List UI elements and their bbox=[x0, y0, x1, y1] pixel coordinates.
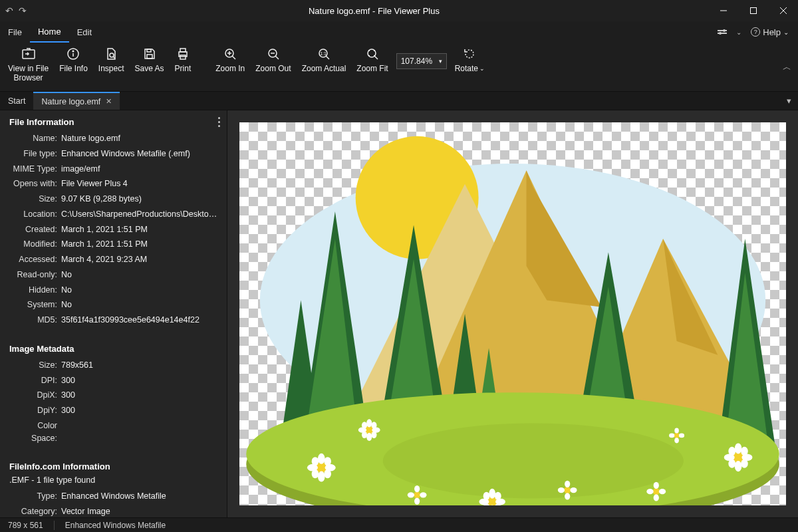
svg-rect-10 bbox=[147, 49, 151, 52]
menu-home[interactable]: Home bbox=[30, 21, 69, 43]
toolbar-label: Print bbox=[175, 64, 192, 73]
svg-point-99 bbox=[674, 433, 679, 438]
zoom-actual-button[interactable]: 1:1 Zoom Actual bbox=[297, 43, 352, 91]
zoom-out-icon bbox=[266, 47, 281, 61]
status-filetype: Enhanced Windows Metafile bbox=[65, 521, 166, 530]
svg-point-89 bbox=[659, 489, 666, 494]
save-as-button[interactable]: Save As bbox=[130, 43, 170, 91]
zoom-fit-button[interactable]: Zoom Fit bbox=[351, 43, 393, 91]
toolbar-label: Zoom In bbox=[215, 64, 245, 73]
panel-title: File Information bbox=[9, 117, 74, 127]
svg-point-64 bbox=[324, 469, 331, 478]
rotate-button[interactable]: Rotate ⌄ bbox=[450, 43, 490, 91]
toolbar-label: Rotate bbox=[455, 64, 478, 73]
maximize-button[interactable] bbox=[738, 0, 768, 21]
property-key: System: bbox=[9, 299, 61, 311]
svg-point-82 bbox=[565, 493, 570, 499]
property-value: March 1, 2021 1:51 PM bbox=[61, 223, 217, 236]
svg-point-7 bbox=[73, 51, 74, 52]
svg-point-86 bbox=[654, 482, 659, 489]
tab-current-file[interactable]: Nature logo.emf ✕ bbox=[33, 92, 120, 110]
svg-point-87 bbox=[654, 494, 659, 501]
svg-line-23 bbox=[326, 56, 329, 59]
tab-start[interactable]: Start bbox=[0, 92, 33, 110]
property-key: Category: bbox=[9, 505, 61, 517]
svg-point-101 bbox=[674, 438, 679, 443]
property-row: Hidden:No bbox=[9, 283, 217, 298]
property-key: Read-only: bbox=[9, 269, 61, 281]
svg-point-98 bbox=[728, 459, 735, 467]
status-dimensions: 789 x 561 bbox=[8, 521, 43, 530]
property-key: Type: bbox=[9, 490, 61, 503]
zoom-out-button[interactable]: Zoom Out bbox=[250, 43, 296, 91]
minimize-button[interactable] bbox=[708, 0, 738, 21]
menu-edit[interactable]: Edit bbox=[69, 21, 100, 43]
redo-icon[interactable]: ↷ bbox=[19, 5, 27, 16]
svg-point-100 bbox=[674, 428, 679, 433]
svg-line-20 bbox=[275, 56, 279, 59]
print-button[interactable]: Print bbox=[170, 43, 197, 91]
chevron-down-icon: ▾ bbox=[439, 58, 442, 65]
inspect-icon bbox=[104, 47, 118, 61]
save-icon bbox=[142, 47, 157, 61]
svg-point-49 bbox=[366, 419, 372, 427]
view-in-file-browser-button[interactable]: View in File Browser bbox=[3, 43, 54, 91]
nature-logo-artwork bbox=[239, 122, 786, 505]
svg-point-103 bbox=[679, 434, 684, 438]
menu-bar: File Home Edit ⌄ ? Help ⌄ bbox=[0, 21, 798, 43]
toolbar-label: View in File Browser bbox=[8, 64, 49, 82]
svg-point-62 bbox=[324, 457, 331, 466]
inspect-button[interactable]: Inspect bbox=[93, 43, 130, 91]
zoom-level-combo[interactable]: 107.84% ▾ bbox=[396, 53, 447, 69]
chevron-down-icon[interactable]: ⌄ bbox=[736, 29, 741, 36]
status-bar: 789 x 561 Enhanced Windows Metafile bbox=[0, 517, 798, 532]
property-row: System:No bbox=[9, 297, 217, 313]
undo-icon[interactable]: ↶ bbox=[5, 5, 13, 16]
collapse-ribbon-icon[interactable]: ︿ bbox=[783, 61, 791, 73]
property-value: March 4, 2021 9:23 AM bbox=[61, 253, 217, 266]
help-icon: ? bbox=[751, 27, 760, 37]
help-menu[interactable]: ? Help ⌄ bbox=[751, 27, 789, 37]
panel-menu-icon[interactable] bbox=[218, 117, 220, 127]
chevron-down-icon: ⌄ bbox=[479, 65, 485, 72]
property-value: 789x561 bbox=[61, 359, 217, 372]
property-row: Color Space: bbox=[9, 418, 217, 446]
menu-file[interactable]: File bbox=[0, 21, 30, 43]
property-key: Size: bbox=[9, 359, 61, 372]
property-value: No bbox=[61, 299, 217, 311]
toolbar-label: Save As bbox=[135, 64, 164, 73]
svg-point-65 bbox=[312, 469, 319, 478]
transparency-checker bbox=[239, 122, 786, 505]
settings-icon[interactable] bbox=[718, 30, 727, 34]
svg-point-91 bbox=[735, 443, 742, 454]
property-value: 35f61f4a1f30993cee5e6494e14e4f22 bbox=[61, 314, 217, 327]
zoom-fit-icon bbox=[365, 47, 380, 61]
svg-point-56 bbox=[362, 432, 367, 438]
property-row: Category:Vector Image bbox=[9, 504, 217, 517]
property-row: Created:March 1, 2021 1:51 PM bbox=[9, 222, 217, 237]
close-button[interactable] bbox=[768, 0, 798, 21]
toolbar-label: Inspect bbox=[98, 64, 124, 73]
svg-point-88 bbox=[646, 489, 653, 494]
fileinfo-note: .EMF - 1 file type found bbox=[0, 475, 227, 489]
window-title: Nature logo.emf - File Viewer Plus bbox=[40, 6, 708, 16]
close-tab-icon[interactable]: ✕ bbox=[106, 97, 112, 106]
property-key: MD5: bbox=[9, 314, 61, 327]
property-value: Enhanced Windows Metafile bbox=[61, 490, 217, 503]
svg-point-53 bbox=[371, 422, 376, 428]
svg-line-16 bbox=[232, 56, 235, 59]
property-row: Accessed:March 4, 2021 9:23 AM bbox=[9, 252, 217, 267]
canvas-area[interactable] bbox=[227, 110, 798, 517]
property-row: Modified:March 1, 2021 1:51 PM bbox=[9, 237, 217, 252]
svg-point-58 bbox=[318, 454, 325, 464]
property-value: March 1, 2021 1:51 PM bbox=[61, 238, 217, 251]
property-key: Modified: bbox=[9, 238, 61, 251]
tab-label: Nature logo.emf bbox=[41, 97, 100, 106]
svg-line-9 bbox=[113, 57, 115, 59]
property-key: Size: bbox=[9, 193, 61, 205]
svg-point-77 bbox=[483, 492, 490, 500]
zoom-in-button[interactable]: Zoom In bbox=[210, 43, 250, 91]
file-info-button[interactable]: File Info bbox=[54, 43, 93, 91]
tab-strip: Start Nature logo.emf ✕ ▾ bbox=[0, 92, 798, 110]
tab-overflow-button[interactable]: ▾ bbox=[780, 92, 798, 110]
